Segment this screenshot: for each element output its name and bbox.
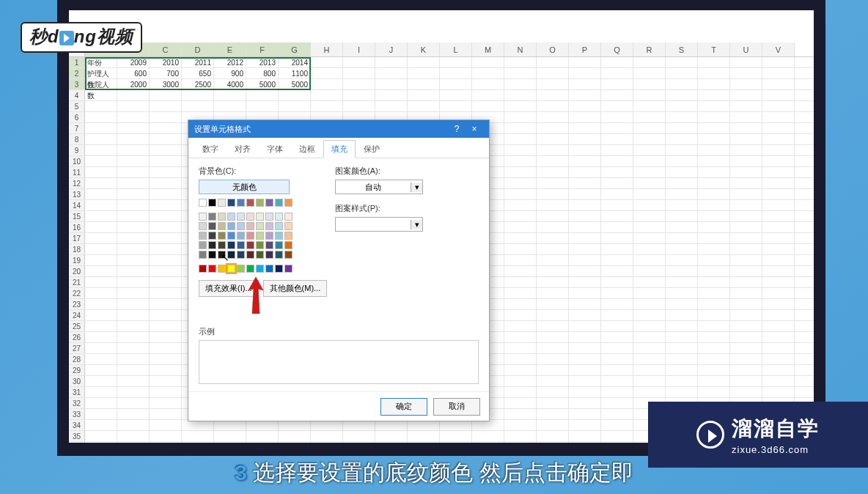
cell[interactable] — [311, 431, 343, 441]
cell[interactable] — [150, 167, 182, 177]
cell[interactable] — [537, 266, 569, 276]
cell[interactable] — [150, 442, 182, 452]
cell[interactable] — [730, 387, 762, 397]
cell[interactable] — [666, 354, 698, 364]
cell[interactable] — [537, 167, 569, 177]
cell[interactable] — [440, 431, 472, 441]
row-header[interactable]: 18 — [69, 244, 85, 254]
row-header[interactable]: 15 — [69, 211, 85, 221]
cell[interactable]: 2009 — [117, 57, 150, 67]
cell[interactable] — [504, 90, 537, 100]
cell[interactable] — [150, 123, 182, 133]
cell[interactable] — [537, 233, 569, 243]
cell[interactable] — [150, 244, 182, 254]
cell[interactable] — [279, 431, 311, 441]
color-swatch[interactable] — [265, 265, 273, 273]
cell[interactable] — [601, 167, 633, 177]
cell[interactable] — [698, 266, 730, 276]
row-header[interactable]: 3 — [69, 79, 85, 89]
cell[interactable] — [762, 189, 795, 199]
color-swatch[interactable] — [275, 222, 283, 230]
row-header[interactable]: 25 — [69, 321, 85, 331]
cell[interactable] — [150, 288, 182, 298]
cell[interactable] — [569, 200, 601, 210]
cell[interactable] — [601, 211, 633, 221]
cell[interactable] — [730, 354, 762, 364]
color-swatch[interactable] — [199, 241, 207, 249]
column-header[interactable]: L — [440, 43, 472, 56]
color-swatch[interactable] — [275, 199, 283, 207]
color-swatch[interactable] — [237, 222, 245, 230]
cell[interactable] — [246, 101, 279, 111]
cell[interactable]: 2012 — [214, 57, 246, 67]
cell[interactable] — [698, 299, 730, 309]
cell[interactable] — [117, 145, 150, 155]
cell[interactable] — [633, 211, 666, 221]
cell[interactable] — [504, 233, 537, 243]
no-color-button[interactable]: 无颜色 — [199, 180, 290, 194]
row-header[interactable]: 16 — [69, 222, 85, 232]
cell[interactable] — [762, 233, 795, 243]
cell[interactable] — [343, 442, 375, 452]
color-swatch[interactable] — [265, 251, 273, 259]
cell[interactable] — [569, 277, 601, 287]
cell[interactable] — [150, 409, 182, 419]
cell[interactable] — [601, 123, 633, 133]
color-swatch[interactable] — [275, 241, 283, 249]
cell[interactable]: 住院人数 — [85, 79, 117, 89]
cell[interactable] — [666, 222, 698, 232]
cell[interactable] — [698, 145, 730, 155]
cell[interactable] — [85, 255, 117, 265]
cell[interactable] — [504, 222, 537, 232]
cell[interactable] — [730, 299, 762, 309]
cell[interactable] — [472, 68, 504, 78]
color-swatch[interactable] — [284, 241, 293, 249]
cell[interactable] — [504, 321, 537, 331]
cell[interactable] — [666, 123, 698, 133]
color-swatch[interactable] — [208, 222, 216, 230]
cell[interactable] — [375, 57, 408, 67]
cell[interactable] — [730, 101, 762, 111]
cell[interactable] — [730, 90, 762, 100]
cell[interactable] — [762, 299, 795, 309]
cell[interactable]: 护理人数 — [85, 68, 117, 78]
cell[interactable] — [311, 79, 343, 89]
cell[interactable] — [440, 79, 472, 89]
color-swatch[interactable] — [256, 213, 264, 221]
color-swatch[interactable] — [199, 232, 207, 240]
cell[interactable] — [117, 134, 150, 144]
color-swatch[interactable] — [218, 265, 226, 273]
cell[interactable] — [85, 112, 117, 122]
cell[interactable] — [601, 277, 633, 287]
cell[interactable] — [85, 244, 117, 254]
row-header[interactable]: 29 — [69, 365, 85, 375]
cell[interactable] — [440, 101, 472, 111]
cell[interactable] — [537, 310, 569, 320]
close-button[interactable]: × — [466, 124, 483, 134]
cell[interactable] — [85, 123, 117, 133]
color-swatch[interactable] — [284, 232, 293, 240]
cell[interactable] — [504, 112, 537, 122]
cell[interactable] — [85, 332, 117, 342]
cell[interactable] — [730, 200, 762, 210]
cell[interactable] — [666, 112, 698, 122]
cell[interactable] — [504, 376, 537, 386]
cell[interactable] — [537, 332, 569, 342]
cell[interactable] — [85, 211, 117, 221]
cell[interactable] — [569, 409, 601, 419]
cell[interactable] — [633, 189, 666, 199]
cell[interactable] — [150, 189, 182, 199]
cell[interactable]: 900 — [214, 68, 246, 78]
color-swatch[interactable] — [227, 222, 235, 230]
cell[interactable] — [601, 398, 633, 408]
cell[interactable] — [150, 376, 182, 386]
row-header[interactable]: 30 — [69, 376, 85, 386]
cell[interactable] — [537, 145, 569, 155]
cell[interactable] — [504, 134, 537, 144]
cell[interactable] — [633, 255, 666, 265]
cell[interactable] — [537, 299, 569, 309]
cell[interactable] — [730, 145, 762, 155]
cell[interactable] — [246, 420, 279, 430]
cell[interactable] — [537, 57, 569, 67]
cell[interactable] — [666, 387, 698, 397]
